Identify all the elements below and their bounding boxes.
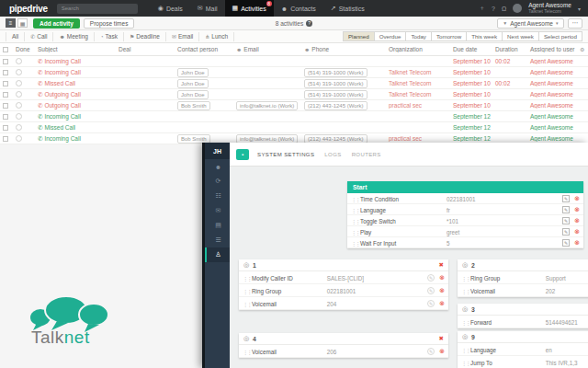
add-activity-button[interactable]: Add activity — [33, 18, 80, 29]
sidebar-item-mail[interactable]: ✉ — [205, 203, 230, 218]
more-options-button[interactable]: ⋯ — [568, 18, 583, 29]
contact-person-chip[interactable]: John Doe — [177, 90, 209, 99]
edit-icon[interactable]: ✎ — [562, 228, 570, 236]
delete-icon[interactable]: ⊗ — [574, 206, 580, 213]
close-icon[interactable]: ✖ — [439, 261, 444, 269]
col-email[interactable]: ☻Email — [233, 46, 301, 52]
drag-handle-icon[interactable]: ⋮⋮ — [461, 274, 469, 281]
sidebar-item-team[interactable]: ☷ — [205, 189, 230, 203]
contact-person-chip[interactable]: John Doe — [177, 79, 209, 88]
activity-subject-link[interactable]: ✆Missed Call — [35, 124, 116, 132]
edit-icon[interactable]: ✎ — [562, 217, 570, 224]
nav-mail[interactable]: ✉Mail — [190, 0, 225, 17]
drag-handle-icon[interactable]: ⋮⋮ — [243, 274, 251, 281]
activity-subject-link[interactable]: ✆Incoming Call — [35, 69, 116, 76]
delete-icon[interactable]: ⊗ — [574, 228, 580, 236]
edit-icon[interactable]: ✎ — [562, 195, 570, 202]
search-input[interactable] — [57, 4, 138, 14]
drag-handle-icon[interactable]: ⋮⋮ — [351, 206, 359, 213]
help-icon[interactable]: ? — [492, 6, 495, 12]
row-checkbox[interactable] — [3, 103, 8, 109]
row-checkbox[interactable] — [3, 114, 8, 120]
edit-icon[interactable]: ✎ — [562, 239, 570, 247]
propose-times-button[interactable]: Propose times — [84, 18, 135, 29]
drag-handle-icon[interactable]: ⋮⋮ — [461, 287, 469, 293]
nav-deals[interactable]: ◉Deals — [151, 0, 190, 17]
assigned-user-link[interactable]: Agent Awesome — [530, 80, 573, 86]
email-chip[interactable]: info@talknet.io (Work) — [236, 101, 298, 110]
sidebar-item-refresh[interactable]: ⟳ — [205, 174, 230, 189]
assigned-user-link[interactable]: Agent Awesome — [530, 135, 573, 142]
info-icon[interactable]: ? — [306, 20, 312, 27]
sidebar-item-user[interactable]: ☻ — [205, 159, 230, 174]
phone-chip[interactable]: (514) 319-1000 (Work) — [304, 90, 368, 99]
tab-routers[interactable]: ROUTERS — [352, 152, 381, 157]
edit-icon[interactable]: ✎ — [427, 300, 435, 307]
done-radio[interactable] — [16, 124, 22, 131]
filter-type-task[interactable]: ◔Task — [95, 32, 124, 41]
organization-link[interactable]: Talknet Telecom — [389, 69, 432, 75]
period-this-week[interactable]: This week — [467, 31, 503, 41]
filter-type-all[interactable]: All — [6, 32, 25, 41]
sidebar-item-queues[interactable]: ☰ — [205, 233, 230, 247]
contact-person-chip[interactable]: Bob Smith — [177, 101, 210, 110]
email-chip[interactable]: info@talknet.io (Work) — [236, 134, 298, 144]
filter-type-deadline[interactable]: ⚑Deadline — [124, 32, 166, 41]
drag-handle-icon[interactable]: ⋮⋮ — [351, 217, 359, 224]
period-next-week[interactable]: Next week — [503, 31, 539, 41]
table-settings-gear-icon[interactable]: ⚙ — [577, 46, 588, 52]
drag-handle-icon[interactable]: ⋮⋮ — [243, 348, 251, 354]
quick-add-icon[interactable]: ＋ — [479, 4, 485, 13]
delete-icon[interactable]: ⊗ — [439, 274, 445, 282]
filter-type-call[interactable]: ✆Call — [25, 32, 53, 41]
period-tomorrow[interactable]: Tomorrow — [432, 31, 467, 41]
close-icon[interactable]: ✖ — [439, 335, 444, 342]
organization-link[interactable]: Talknet Telecom — [389, 80, 432, 86]
row-checkbox[interactable] — [3, 125, 8, 131]
period-planned[interactable]: Planned — [343, 31, 375, 41]
phone-chip[interactable]: (514) 319-1000 (Work) — [304, 68, 368, 77]
drag-handle-icon[interactable]: ⋮⋮ — [351, 195, 359, 201]
drag-handle-icon[interactable]: ⋮⋮ — [461, 346, 469, 352]
assigned-user-link[interactable]: Agent Awesome — [530, 124, 573, 131]
filter-type-lunch[interactable]: ⋔Lunch — [199, 32, 234, 41]
delete-icon[interactable]: ⊗ — [439, 348, 445, 355]
col-due-date[interactable]: Due date — [450, 46, 492, 52]
col-subject[interactable]: Subject — [35, 46, 116, 52]
nav-contacts[interactable]: ☻Contacts — [274, 0, 323, 17]
assigned-user-link[interactable]: Agent Awesome — [530, 113, 573, 120]
delete-icon[interactable]: ⊗ — [574, 217, 580, 224]
delete-icon[interactable]: ⊗ — [439, 300, 445, 307]
row-checkbox[interactable] — [3, 70, 8, 75]
edit-icon[interactable]: ✎ — [427, 287, 435, 294]
edit-icon[interactable]: ✎ — [427, 274, 435, 282]
select-all-checkbox[interactable] — [3, 47, 8, 52]
sidebar-item-card[interactable]: ▤ — [205, 218, 230, 233]
row-checkbox[interactable] — [3, 59, 8, 64]
row-checkbox[interactable] — [3, 92, 8, 98]
delete-icon[interactable]: ⊗ — [439, 287, 445, 294]
edit-icon[interactable]: ✎ — [562, 206, 570, 213]
drag-handle-icon[interactable]: ⋮⋮ — [243, 287, 251, 293]
activity-subject-link[interactable]: ✆Outgoing Call — [35, 91, 116, 98]
col-phone[interactable]: ☻Phone — [301, 46, 386, 52]
contact-person-chip[interactable]: Bob Smith — [177, 134, 210, 144]
user-avatar[interactable] — [513, 4, 522, 13]
apps-grid-button[interactable]: ▪ — [236, 149, 249, 160]
delete-icon[interactable]: ⊗ — [574, 239, 580, 247]
notifications-bell-icon[interactable]: Ω — [502, 6, 506, 12]
delete-icon[interactable]: ⊗ — [574, 195, 580, 202]
activity-subject-link[interactable]: ✆Outgoing Call — [35, 102, 116, 109]
nav-statistics[interactable]: ↗Statistics — [323, 0, 372, 17]
col-duration[interactable]: Duration — [492, 46, 527, 52]
phone-chip[interactable]: (212) 443-1245 (Work) — [304, 101, 368, 110]
user-menu-caret-icon[interactable]: ▾ — [578, 6, 581, 12]
drag-handle-icon[interactable]: ⋮⋮ — [351, 228, 359, 235]
assigned-user-link[interactable]: Agent Awesome — [530, 102, 573, 109]
activity-subject-link[interactable]: ✆Incoming Call — [35, 113, 116, 121]
done-radio[interactable] — [16, 80, 22, 86]
pipedrive-logo[interactable]: pipedrive — [0, 4, 57, 14]
drag-handle-icon[interactable]: ⋮⋮ — [461, 318, 469, 325]
contact-person-chip[interactable]: John Doe — [177, 68, 209, 77]
row-checkbox[interactable] — [3, 136, 8, 142]
